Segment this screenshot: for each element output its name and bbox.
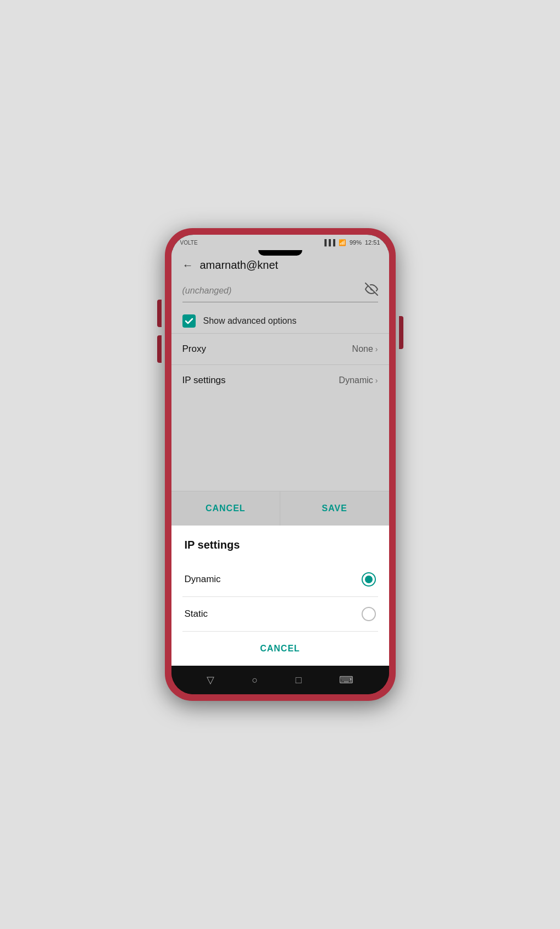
status-bar-right: ▐▐▐ 📶 99% 12:51 (323, 239, 380, 246)
static-label: Static (185, 609, 208, 620)
volte-indicator: VOLTE (180, 240, 198, 246)
volume-down-button[interactable] (157, 335, 162, 363)
wifi-icon: 📶 (339, 239, 346, 246)
screen: ← amarnath@knet (171, 250, 389, 666)
dynamic-label: Dynamic (185, 574, 221, 585)
power-button[interactable] (399, 316, 403, 349)
dialog-buttons: CANCEL SAVE (171, 491, 389, 526)
sheet-cancel-button[interactable]: CANCEL (182, 632, 378, 666)
ip-settings-value-group: Dynamic › (339, 375, 378, 385)
notch (258, 250, 302, 256)
ip-settings-label: IP settings (182, 375, 226, 386)
proxy-value-group: None › (352, 344, 378, 354)
status-bar: VOLTE ▐▐▐ 📶 99% 12:51 (171, 235, 389, 250)
battery-text: 99% (350, 239, 362, 246)
wifi-dialog: ← amarnath@knet (171, 250, 389, 526)
keyboard-nav-icon[interactable]: ⌨ (339, 674, 353, 686)
status-bar-left: VOLTE (180, 240, 198, 246)
dynamic-option-row[interactable]: Dynamic (182, 562, 378, 597)
time-display: 12:51 (365, 239, 380, 246)
save-button[interactable]: SAVE (280, 491, 389, 526)
proxy-label: Proxy (182, 344, 206, 355)
proxy-chevron-icon: › (375, 345, 378, 353)
toggle-password-visibility-icon[interactable] (365, 283, 378, 298)
dynamic-radio[interactable] (362, 572, 376, 587)
ip-settings-sheet-title: IP settings (182, 539, 378, 551)
volume-up-button[interactable] (157, 300, 162, 327)
password-input[interactable] (182, 286, 365, 296)
dynamic-radio-fill (365, 576, 373, 583)
proxy-row[interactable]: Proxy None › (171, 333, 389, 364)
ip-settings-row[interactable]: IP settings Dynamic › (171, 364, 389, 396)
ip-settings-chevron-icon: › (375, 376, 378, 385)
back-button[interactable]: ← (182, 259, 193, 272)
home-nav-icon[interactable]: ○ (252, 674, 258, 686)
back-nav-icon[interactable]: ▽ (207, 674, 214, 686)
proxy-value: None (352, 344, 373, 354)
dialog-title: amarnath@knet (200, 259, 279, 272)
password-field[interactable] (182, 283, 378, 302)
cancel-button[interactable]: CANCEL (171, 491, 281, 526)
ip-settings-sheet: IP settings Dynamic Static CANCEL (171, 526, 389, 666)
static-radio[interactable] (362, 607, 376, 621)
show-advanced-label: Show advanced options (203, 316, 297, 326)
nav-bar: ▽ ○ □ ⌨ (171, 666, 389, 694)
recent-nav-icon[interactable]: □ (296, 674, 302, 686)
advanced-options-row[interactable]: Show advanced options (171, 309, 389, 333)
ip-settings-value: Dynamic (339, 375, 373, 385)
signal-icon: ▐▐▐ (323, 239, 335, 246)
show-advanced-checkbox[interactable] (182, 314, 196, 328)
static-option-row[interactable]: Static (182, 597, 378, 632)
